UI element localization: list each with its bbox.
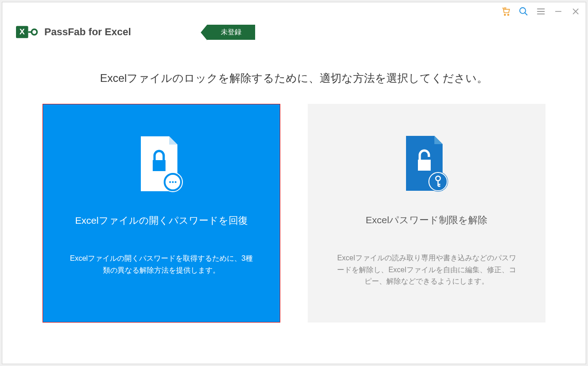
svg-point-1 — [508, 14, 509, 16]
recover-password-card[interactable]: Excelファイルの開くパスワードを回復 Excelファイルの開くパスワードを取… — [43, 104, 280, 323]
card-description: Excelファイルの読み取り専用や書き込みなどのパスワードを解除し、Excelフ… — [326, 252, 527, 287]
app-window: X PassFab for Excel 未登録 Excelファイルのロックを解除… — [2, 2, 586, 364]
card-title: Excelファイルの開くパスワードを回復 — [75, 214, 247, 227]
menu-icon[interactable] — [535, 6, 546, 17]
svg-rect-12 — [418, 160, 431, 171]
titlebar-controls — [501, 6, 581, 17]
option-cards: Excelファイルの開くパスワードを回復 Excelファイルの開くパスワードを取… — [2, 104, 586, 323]
minimize-icon[interactable] — [553, 6, 564, 17]
svg-point-10 — [172, 181, 174, 183]
status-badge-wrap: 未登録 — [207, 25, 255, 40]
svg-rect-6 — [153, 160, 166, 171]
svg-point-9 — [169, 181, 171, 183]
logo-block: X PassFab for Excel — [16, 21, 131, 43]
document-unlock-key-icon — [399, 136, 454, 195]
app-title: PassFab for Excel — [44, 26, 131, 38]
main-content: Excelファイルのロックを解除するために、適切な方法を選択してください。 — [2, 21, 586, 323]
card-title: Excelパスワード制限を解除 — [366, 214, 487, 226]
header: X PassFab for Excel 未登録 — [2, 13, 269, 46]
remove-restriction-card[interactable]: Excelパスワード制限を解除 Excelファイルの読み取り専用や書き込みなどの… — [308, 104, 545, 323]
document-lock-search-icon — [134, 136, 189, 196]
search-icon[interactable] — [518, 6, 529, 17]
svg-point-0 — [504, 14, 506, 16]
svg-point-2 — [520, 8, 526, 14]
card-description: Excelファイルの開くパスワードを取得するために、3種類の異なる解除方法を提供… — [61, 253, 262, 276]
cart-icon[interactable] — [501, 6, 512, 17]
svg-text:X: X — [20, 27, 25, 36]
logo-icon: X — [16, 21, 38, 43]
status-badge[interactable]: 未登録 — [207, 25, 255, 40]
svg-point-11 — [175, 181, 176, 183]
close-icon[interactable] — [570, 6, 581, 17]
main-heading: Excelファイルのロックを解除するために、適切な方法を選択してください。 — [2, 71, 586, 86]
